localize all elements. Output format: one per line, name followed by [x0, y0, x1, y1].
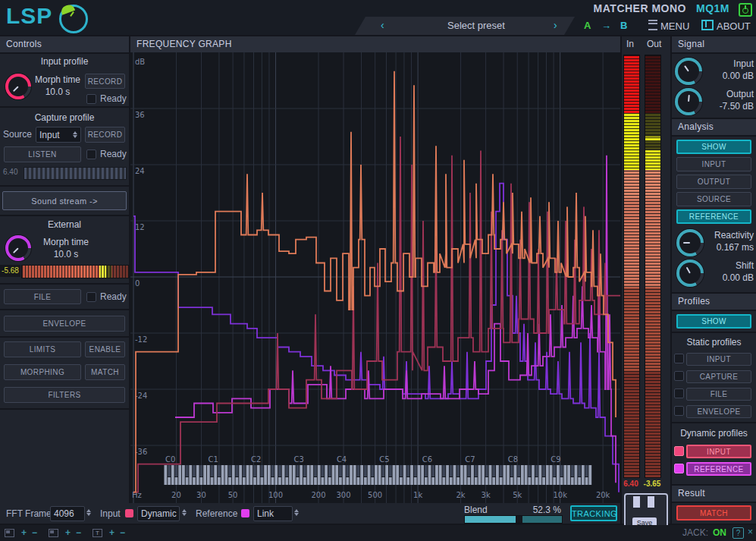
frequency-graph-canvas[interactable]: C0C1C2C3C4C5C6C7C8C9dB3624120-12-24-36Hz…	[130, 52, 620, 503]
external-panel: External Morph time 10.0 s -5.68	[0, 216, 129, 283]
external-morph-time-knob[interactable]	[5, 235, 31, 261]
disconnect-icon[interactable]: ×	[745, 527, 755, 537]
svg-text:10k: 10k	[553, 491, 567, 499]
source-select[interactable]: Input	[36, 127, 81, 143]
meter-in-label: In	[626, 39, 634, 49]
zoom-fit-vertical-icon[interactable]	[49, 529, 58, 537]
analysis-output-button[interactable]: OUTPUT	[676, 175, 751, 189]
signal-output-knob[interactable]	[675, 88, 702, 115]
input-morph-time-knob[interactable]	[5, 74, 31, 99]
dynamic-input-button[interactable]: INPUT	[686, 445, 751, 458]
analysis-source-button[interactable]: SOURCE	[676, 192, 751, 206]
capture-record-button[interactable]: RECORD	[85, 127, 125, 143]
file-button[interactable]: FILE	[4, 289, 81, 304]
input-record-button[interactable]: RECORD	[85, 74, 125, 89]
text-zoom-in-button[interactable]: +	[109, 527, 114, 538]
listen-button[interactable]: LISTEN	[4, 146, 81, 162]
about-button[interactable]: ABOUT	[701, 20, 751, 32]
limits-button[interactable]: LIMITS	[4, 341, 81, 357]
input-ready-checkbox[interactable]: Ready	[86, 93, 127, 104]
plugin-id: MQ1M	[696, 2, 729, 14]
svg-text:24: 24	[135, 167, 145, 175]
morphing-button[interactable]: MORPHING	[4, 364, 81, 380]
svg-text:dB: dB	[135, 58, 145, 66]
tracking-button[interactable]: TRACKING	[570, 505, 617, 521]
ab-slot-a[interactable]: A	[584, 20, 591, 31]
filters-button[interactable]: FILTERS	[4, 387, 125, 403]
zoom-in-vertical-button[interactable]: +	[65, 527, 71, 538]
file-ready-checkbox[interactable]: Ready	[86, 291, 127, 302]
zoom-fit-graph-icon[interactable]	[5, 529, 14, 537]
ab-arrow-icon[interactable]: →	[601, 20, 611, 31]
profiles-show-panel: SHOW	[672, 311, 756, 332]
svg-text:100: 100	[268, 491, 283, 499]
svg-text:20: 20	[171, 491, 181, 499]
enable-button[interactable]: ENABLE	[85, 341, 125, 357]
ab-slot-b[interactable]: B	[620, 20, 627, 31]
fft-frame-label: FFT Frame	[6, 508, 52, 519]
sound-stream-button[interactable]: Sound stream ->	[2, 191, 127, 210]
static-envelope-button[interactable]: ENVELOPE	[686, 405, 751, 418]
sound-stream-panel: Sound stream ->	[0, 187, 129, 215]
match-result-button[interactable]: MATCH	[676, 505, 751, 521]
dynamic-input-checkbox[interactable]	[674, 446, 684, 456]
svg-text:30: 30	[196, 491, 206, 499]
profiles-show-button[interactable]: SHOW	[676, 314, 751, 329]
power-icon[interactable]	[739, 3, 752, 17]
preset-next-button[interactable]: ›	[554, 19, 557, 31]
preset-prev-button[interactable]: ‹	[381, 19, 384, 31]
file-panel: FILE Ready	[0, 285, 129, 309]
svg-text:50: 50	[228, 491, 238, 499]
reactivity-knob[interactable]	[676, 229, 704, 256]
blend-label: Blend	[464, 505, 488, 515]
capture-profile-title: Capture profile	[0, 112, 129, 123]
fft-frame-select[interactable]: 4096	[50, 506, 85, 521]
fft-frame-spinner[interactable]	[86, 509, 91, 516]
match-toggle-button[interactable]: MATCH	[85, 364, 125, 380]
analysis-input-button[interactable]: INPUT	[676, 157, 751, 171]
controls-header: Controls	[0, 36, 129, 52]
frequency-graph-header: FREQUENCY GRAPH	[130, 36, 620, 52]
input-level-meter[interactable]	[623, 55, 640, 478]
text-zoom-icon[interactable]: T	[93, 529, 102, 537]
analysis-reference-button[interactable]: REFERENCE	[676, 209, 751, 224]
dynamic-reference-button[interactable]: REFERENCE	[686, 462, 751, 476]
reference-color-swatch	[241, 509, 249, 517]
capture-position-value: 6.40	[3, 168, 17, 176]
input-spectrum	[133, 71, 616, 492]
checkbox-icon	[674, 406, 684, 416]
checkbox-icon	[86, 94, 96, 104]
blend-slider[interactable]	[464, 515, 563, 524]
static-envelope-checkbox[interactable]	[674, 406, 684, 416]
signal-input-knob[interactable]	[675, 58, 702, 85]
output-level-meter[interactable]	[645, 55, 661, 478]
shift-knob[interactable]	[676, 259, 704, 287]
text-zoom-out-button[interactable]: −	[120, 527, 125, 538]
static-file-checkbox[interactable]	[674, 388, 684, 398]
static-capture-checkbox[interactable]	[674, 371, 684, 381]
static-input-checkbox[interactable]	[674, 354, 684, 363]
zoom-in-button[interactable]: +	[21, 527, 27, 538]
input-mode-select[interactable]: Dynamic	[137, 506, 180, 521]
piano-keyboard	[164, 465, 591, 485]
analysis-show-button[interactable]: SHOW	[676, 140, 751, 154]
envelope-button[interactable]: ENVELOPE	[4, 316, 125, 332]
preset-label[interactable]: Select preset	[416, 20, 537, 31]
menu-button[interactable]: MENU	[648, 20, 689, 32]
capture-progress-bar[interactable]	[24, 167, 127, 180]
help-icon[interactable]: ?	[732, 527, 744, 539]
zoom-out-vertical-button[interactable]: −	[76, 527, 81, 538]
menu-icon	[648, 20, 657, 30]
about-icon	[701, 20, 714, 30]
zoom-out-button[interactable]: −	[32, 527, 37, 538]
reference-mode-spinner[interactable]	[294, 509, 299, 516]
dynamic-reference-checkbox[interactable]	[674, 464, 684, 473]
reference-mode-select[interactable]: Link	[253, 506, 293, 521]
input-mode-spinner[interactable]	[182, 509, 187, 516]
plugin-title: MATCHER MONO	[594, 2, 686, 14]
capture-ready-checkbox[interactable]: Ready	[86, 149, 127, 159]
checkbox-icon	[86, 149, 96, 159]
static-capture-button[interactable]: CAPTURE	[686, 370, 751, 383]
static-input-button[interactable]: INPUT	[686, 353, 751, 366]
static-file-button[interactable]: FILE	[686, 388, 751, 401]
